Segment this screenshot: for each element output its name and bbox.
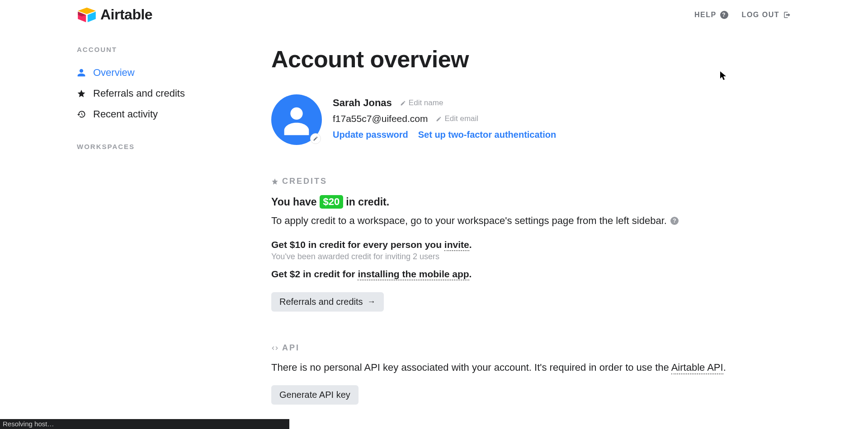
edit-name-label: Edit name [409,98,443,107]
logo[interactable]: Airtable [77,6,152,23]
invite-awarded-text: You've been awarded credit for inviting … [271,252,769,261]
invite-promo: Get $10 in credit for every person you i… [271,239,769,280]
airtable-api-link[interactable]: Airtable API [671,362,723,374]
profile-details: Sarah Jonas Edit name f17a55c7@uifeed.co… [333,94,556,140]
credit-amount-line: You have $20 in credit. [271,195,769,209]
sidebar-workspaces-heading: WORKSPACES [77,143,271,150]
pencil-icon [400,100,406,106]
sidebar-item-label: Referrals and credits [93,88,185,99]
api-heading: API [271,343,769,353]
invite-prefix: Get $10 in credit for every person you [271,239,444,250]
profile-name-row: Sarah Jonas Edit name [333,97,556,109]
logo-text: Airtable [100,6,152,23]
api-heading-label: API [282,343,300,353]
generate-api-key-label: Generate API key [279,390,350,400]
mobile-suffix: . [469,269,472,279]
star-icon [271,178,278,185]
avatar-placeholder-icon [278,101,315,138]
help-label: HELP [694,11,717,19]
profile-block: Sarah Jonas Edit name f17a55c7@uifeed.co… [271,94,769,145]
update-password-link[interactable]: Update password [333,130,408,140]
credit-apply-copy: To apply credit to a workspace, go to yo… [271,215,667,227]
credit-amount-badge: $20 [320,195,344,209]
sidebar-account-heading: ACCOUNT [77,46,271,53]
browser-status-bar: Resolving host… [0,419,289,429]
code-icon [271,345,278,352]
sidebar-item-recent-activity[interactable]: Recent activity [77,104,271,125]
profile-email: f17a55c7@uifeed.com [333,113,428,124]
logout-link[interactable]: LOG OUT [742,11,791,19]
sidebar: ACCOUNT Overview Referrals and credits R… [77,46,271,429]
referrals-button-label: Referrals and credits [279,297,363,307]
api-text-suffix: . [723,362,726,373]
pencil-icon [436,116,442,122]
star-icon [77,89,86,98]
credits-heading: CREDITS [271,177,769,186]
header: Airtable HELP ? LOG OUT [0,0,868,23]
user-icon [77,68,86,77]
arrow-right-icon: → [368,297,376,307]
mobile-link[interactable]: installing the mobile app [358,269,469,280]
sidebar-item-label: Overview [93,67,135,79]
header-actions: HELP ? LOG OUT [694,11,791,19]
status-text: Resolving host… [3,420,54,428]
edit-email-link[interactable]: Edit email [436,114,478,123]
logout-label: LOG OUT [742,11,779,19]
profile-name: Sarah Jonas [333,97,392,109]
airtable-logo-icon [77,7,97,23]
main: Account overview Sarah Jonas Edit name [271,46,769,429]
avatar-edit-button[interactable] [310,133,321,144]
help-icon: ? [720,11,728,19]
help-icon[interactable]: ? [670,217,679,225]
credits-heading-label: CREDITS [282,177,327,186]
sidebar-item-overview[interactable]: Overview [77,62,271,83]
content: ACCOUNT Overview Referrals and credits R… [0,23,868,429]
credit-suffix: in credit. [346,196,389,208]
avatar[interactable] [271,94,322,145]
edit-name-link[interactable]: Edit name [400,98,443,107]
generate-api-key-button[interactable]: Generate API key [271,385,359,405]
credit-prefix: You have [271,196,317,208]
referrals-credits-button[interactable]: Referrals and credits → [271,292,384,312]
mobile-line: Get $2 in credit for installing the mobi… [271,269,769,280]
invite-link[interactable]: invite [444,239,469,251]
invite-suffix: . [469,239,472,250]
svg-point-4 [290,107,302,120]
logout-icon [783,11,791,19]
two-factor-link[interactable]: Set up two-factor authentication [418,130,557,140]
sidebar-item-label: Recent activity [93,108,158,120]
profile-links-row: Update password Set up two-factor authen… [333,130,556,140]
mobile-prefix: Get $2 in credit for [271,269,358,279]
sidebar-item-referrals[interactable]: Referrals and credits [77,83,271,104]
invite-line: Get $10 in credit for every person you i… [271,239,769,250]
api-section: API There is no personal API key associa… [271,343,769,405]
pencil-icon [313,136,318,141]
credits-section: CREDITS You have $20 in credit. To apply… [271,177,769,312]
help-link[interactable]: HELP ? [694,11,728,19]
history-icon [77,110,86,119]
edit-email-label: Edit email [444,114,478,123]
credit-apply-text: To apply credit to a workspace, go to yo… [271,215,769,227]
api-text: There is no personal API key associated … [271,362,769,373]
page-title: Account overview [271,46,769,73]
api-text-prefix: There is no personal API key associated … [271,362,671,373]
profile-email-row: f17a55c7@uifeed.com Edit email [333,113,556,124]
